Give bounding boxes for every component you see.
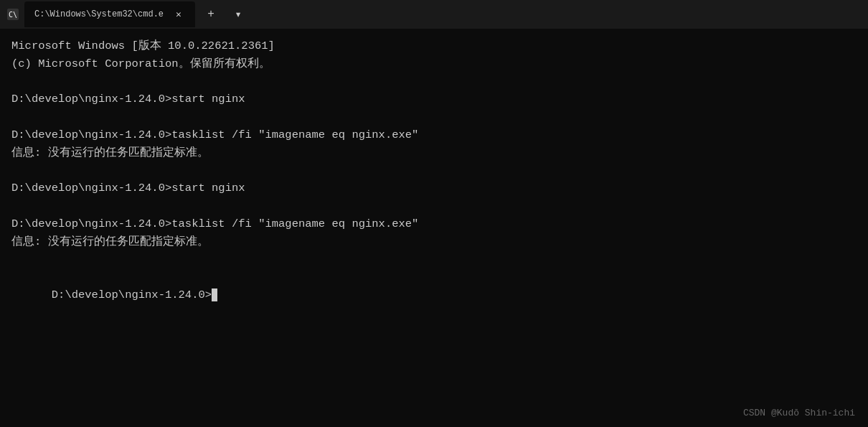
dropdown-button[interactable]: ▾ [227, 3, 250, 26]
tab-close-button[interactable]: ✕ [172, 8, 185, 21]
output-line-9: D:\develop\nginx-1.24.0>start nginx [11, 179, 857, 197]
output-line-11: D:\develop\nginx-1.24.0>tasklist /fi "im… [11, 215, 857, 233]
output-line-12: 信息: 没有运行的任务匹配指定标准。 [11, 233, 857, 251]
watermark: CSDN @Kudō Shin-ichi [743, 408, 855, 418]
tab-title: C:\Windows\System32\cmd.e [34, 9, 164, 19]
terminal-content[interactable]: Microsoft Windows [版本 10.0.22621.2361] (… [0, 29, 868, 427]
output-line-7: 信息: 没有运行的任务匹配指定标准。 [11, 144, 857, 162]
output-line-1: Microsoft Windows [版本 10.0.22621.2361] [11, 37, 857, 55]
titlebar-left: C\ C:\Windows\System32\cmd.e ✕ + ▾ [6, 1, 250, 27]
titlebar: C\ C:\Windows\System32\cmd.e ✕ + ▾ [0, 0, 868, 29]
terminal-window: C\ C:\Windows\System32\cmd.e ✕ + ▾ Micro… [0, 0, 868, 427]
output-line-14: D:\develop\nginx-1.24.0> [11, 268, 857, 322]
blank-line-2 [11, 108, 857, 126]
blank-line-1 [11, 73, 857, 91]
active-tab[interactable]: C:\Windows\System32\cmd.e ✕ [24, 1, 195, 27]
output-line-2: (c) Microsoft Corporation。保留所有权利。 [11, 55, 857, 73]
blank-line-5 [11, 251, 857, 269]
blank-line-3 [11, 162, 857, 180]
svg-text:C\: C\ [9, 11, 17, 19]
blank-line-4 [11, 197, 857, 215]
cmd-icon: C\ [6, 7, 20, 22]
cursor [212, 288, 217, 301]
output-line-4: D:\develop\nginx-1.24.0>start nginx [11, 90, 857, 108]
new-tab-button[interactable]: + [199, 3, 222, 26]
output-line-6: D:\develop\nginx-1.24.0>tasklist /fi "im… [11, 126, 857, 144]
